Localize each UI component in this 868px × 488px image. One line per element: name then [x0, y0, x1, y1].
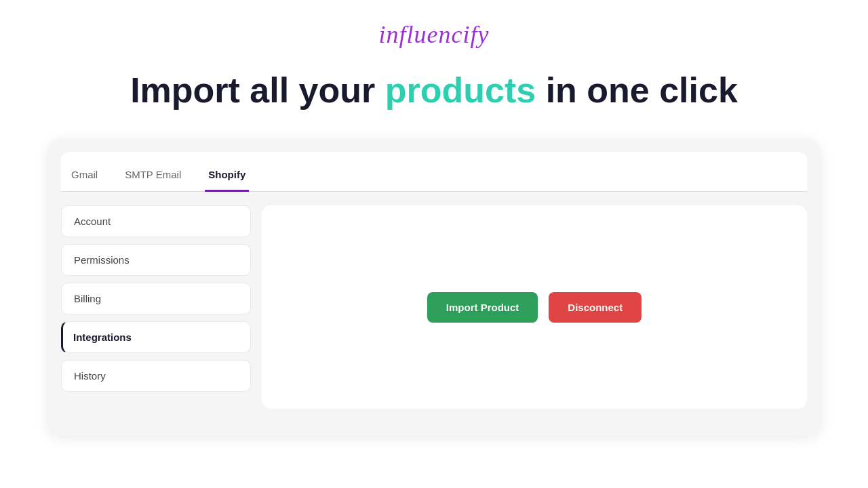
import-product-button[interactable]: Import Product — [427, 292, 538, 323]
content-area: Account Permissions Billing Integrations… — [61, 205, 807, 409]
tab-bar: Gmail SMTP Email Shopify — [61, 152, 807, 192]
sidebar-item-account[interactable]: Account — [61, 205, 251, 237]
sidebar: Account Permissions Billing Integrations… — [61, 205, 251, 409]
headline-prefix: Import all your — [130, 70, 385, 110]
app-logo: influencify — [379, 20, 490, 49]
disconnect-button[interactable]: Disconnect — [549, 292, 642, 323]
tab-gmail[interactable]: Gmail — [68, 162, 101, 192]
sidebar-item-permissions[interactable]: Permissions — [61, 244, 251, 276]
sidebar-item-history[interactable]: History — [61, 360, 251, 392]
tab-shopify[interactable]: Shopify — [205, 162, 249, 192]
sidebar-item-billing[interactable]: Billing — [61, 283, 251, 314]
headline-highlight: products — [385, 70, 536, 110]
headline-suffix: in one click — [536, 70, 738, 110]
sidebar-item-integrations[interactable]: Integrations — [61, 321, 251, 353]
main-card: Gmail SMTP Email Shopify Account Permiss… — [47, 138, 821, 436]
tab-smtp-email[interactable]: SMTP Email — [121, 162, 184, 192]
page-headline: Import all your products in one click — [130, 69, 738, 111]
main-panel: Import Product Disconnect — [262, 205, 807, 409]
